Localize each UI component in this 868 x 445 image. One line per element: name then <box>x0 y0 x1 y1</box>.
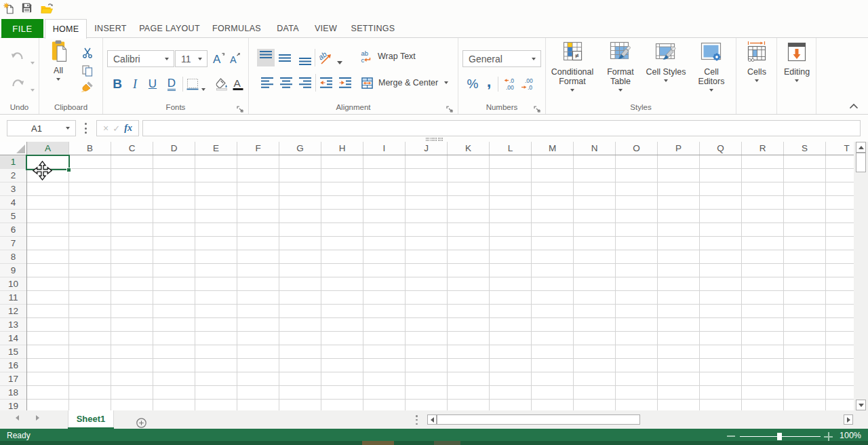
row-header-3[interactable]: 3 <box>0 182 26 196</box>
font-name-select[interactable]: Calibri <box>107 50 174 67</box>
borders-dropdown[interactable] <box>201 81 205 94</box>
fonts-dialog-launcher[interactable] <box>237 103 243 110</box>
row-header-10[interactable]: 10 <box>0 277 26 291</box>
row-header-18[interactable]: 18 <box>0 386 26 400</box>
wrap-text-button[interactable]: ab c Wrap Text <box>359 46 440 66</box>
scroll-left-button[interactable] <box>427 414 437 425</box>
confirm-icon[interactable]: ✓ <box>113 123 120 134</box>
menu-tab-insert[interactable]: INSERT <box>90 19 131 38</box>
row-header-7[interactable]: 7 <box>0 237 26 250</box>
cell-editors-button[interactable]: CellEditors <box>689 41 734 92</box>
menu-tab-home[interactable]: HOME <box>45 19 87 39</box>
cancel-icon[interactable]: × <box>103 123 108 134</box>
increase-decimal-button[interactable]: .00 .0 <box>519 75 539 93</box>
shrink-font-button[interactable]: A <box>227 50 243 67</box>
grow-font-button[interactable]: A <box>210 50 228 67</box>
column-header-t[interactable]: T <box>826 142 854 155</box>
row-header-4[interactable]: 4 <box>0 196 26 210</box>
align-bottom-button[interactable] <box>296 49 314 66</box>
bold-button[interactable]: B <box>108 75 126 93</box>
italic-button[interactable]: I <box>127 75 142 93</box>
numbers-dialog-launcher[interactable] <box>534 103 540 110</box>
row-header-1[interactable]: 1 <box>0 155 26 169</box>
row-header-14[interactable]: 14 <box>0 332 26 345</box>
row-header-5[interactable]: 5 <box>0 210 26 223</box>
fill-color-button[interactable] <box>214 75 230 93</box>
column-header-k[interactable]: K <box>448 142 490 155</box>
menu-tab-formulas[interactable]: FORMULAS <box>211 19 262 38</box>
row-header-8[interactable]: 8 <box>0 250 26 264</box>
new-document-button[interactable] <box>3 3 17 16</box>
scroll-right-button[interactable] <box>844 414 853 425</box>
align-right-button[interactable] <box>296 74 314 92</box>
collapse-ribbon-button[interactable] <box>849 103 859 110</box>
column-header-i[interactable]: I <box>363 142 406 155</box>
save-button[interactable] <box>22 3 35 16</box>
column-header-c[interactable]: C <box>111 142 153 155</box>
sheetbar-resize-handle[interactable] <box>416 415 418 425</box>
column-header-r[interactable]: R <box>742 142 784 155</box>
vertical-scrollbar-thumb[interactable] <box>856 153 866 172</box>
editing-button[interactable]: Editing <box>777 41 816 82</box>
splitter-handle[interactable] <box>426 138 443 141</box>
menu-tab-settings[interactable]: SETTINGS <box>348 19 398 38</box>
format-painter-button[interactable] <box>79 79 95 94</box>
decrease-indent-button[interactable] <box>318 74 334 92</box>
paste-button[interactable]: All <box>45 39 72 81</box>
row-header-12[interactable]: 12 <box>0 305 26 318</box>
percent-button[interactable]: % <box>464 75 481 93</box>
scroll-up-button[interactable] <box>856 142 866 153</box>
row-header-17[interactable]: 17 <box>0 372 26 386</box>
scroll-down-button[interactable] <box>856 400 866 410</box>
column-header-g[interactable]: G <box>279 142 321 155</box>
row-header-9[interactable]: 9 <box>0 264 26 277</box>
conditional-format-button[interactable]: ≠ ConditionalFormat <box>549 41 596 92</box>
column-header-q[interactable]: Q <box>700 142 742 155</box>
column-header-h[interactable]: H <box>321 142 363 155</box>
column-header-j[interactable]: J <box>406 142 448 155</box>
name-box[interactable]: A1 <box>7 120 76 136</box>
format-table-button[interactable]: FormatTable <box>597 41 644 92</box>
open-button[interactable] <box>40 3 54 16</box>
fill-handle[interactable] <box>66 168 71 172</box>
zoom-in-button[interactable] <box>824 432 833 441</box>
cut-button[interactable] <box>80 45 95 60</box>
font-color-button[interactable]: A <box>231 75 245 93</box>
prev-sheet-button[interactable] <box>16 415 19 421</box>
column-header-e[interactable]: E <box>195 142 237 155</box>
column-header-o[interactable]: O <box>616 142 658 155</box>
undo-button[interactable] <box>9 48 26 63</box>
select-all-corner[interactable] <box>0 142 27 155</box>
menu-tab-page-layout[interactable]: PAGE LAYOUT <box>139 19 200 38</box>
copy-button[interactable] <box>80 63 95 78</box>
row-header-2[interactable]: 2 <box>0 169 26 182</box>
alignment-dialog-launcher[interactable] <box>446 103 453 110</box>
column-header-d[interactable]: D <box>153 142 195 155</box>
add-sheet-button[interactable] <box>136 418 146 428</box>
row-header-13[interactable]: 13 <box>0 318 26 332</box>
formula-input[interactable] <box>142 120 861 136</box>
double-underline-button[interactable]: D <box>163 75 180 93</box>
row-header-11[interactable]: 11 <box>0 291 26 305</box>
formula-bar-handle[interactable] <box>84 123 87 134</box>
align-top-button[interactable] <box>257 49 275 66</box>
align-left-button[interactable] <box>258 74 276 92</box>
row-header-6[interactable]: 6 <box>0 223 26 237</box>
column-header-b[interactable]: B <box>69 142 111 155</box>
zoom-slider-handle[interactable] <box>777 433 782 440</box>
file-tab[interactable]: FILE <box>1 19 43 38</box>
column-header-s[interactable]: S <box>784 142 826 155</box>
decrease-decimal-button[interactable]: .0 .00 <box>501 75 519 93</box>
next-sheet-button[interactable] <box>36 415 39 421</box>
borders-button[interactable] <box>185 77 200 92</box>
name-box-caret-icon[interactable] <box>66 127 70 130</box>
redo-button[interactable] <box>9 75 26 90</box>
font-size-select[interactable]: 11 <box>175 50 208 67</box>
menu-tab-data[interactable]: DATA <box>270 19 306 38</box>
column-header-m[interactable]: M <box>532 142 574 155</box>
merge-center-button[interactable]: Merge & Center <box>359 73 454 93</box>
orientation-dropdown[interactable] <box>337 55 342 67</box>
underline-button[interactable]: U <box>144 75 161 93</box>
row-header-15[interactable]: 15 <box>0 345 26 359</box>
cells-area[interactable] <box>27 155 854 410</box>
